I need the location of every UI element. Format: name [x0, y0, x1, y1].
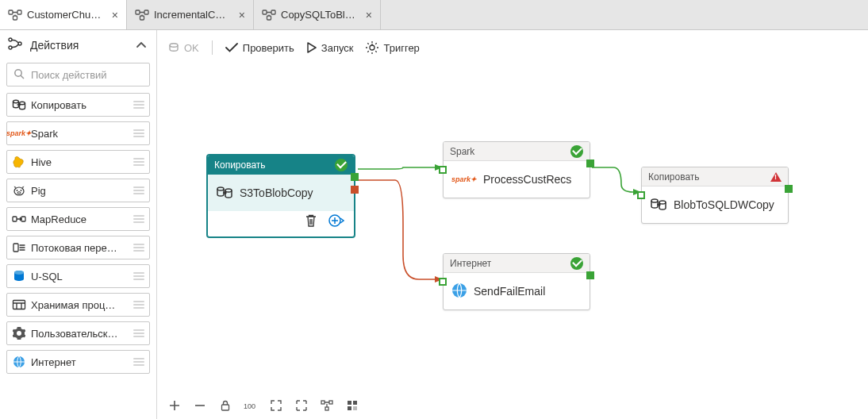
- svg-point-33: [651, 199, 658, 202]
- minimap-icon[interactable]: [344, 398, 360, 413]
- activity-stored-procedure[interactable]: Хранимая проц…: [6, 293, 150, 317]
- tab-copysqltoblob[interactable]: CopySQLToBlo… ×: [254, 0, 381, 29]
- svg-text:100: 100: [244, 402, 255, 410]
- svg-rect-6: [263, 10, 267, 14]
- zoom-in-icon[interactable]: [167, 398, 182, 413]
- trigger-button[interactable]: Триггер: [366, 41, 419, 54]
- search-input[interactable]: [29, 68, 166, 82]
- add-activity-icon[interactable]: [328, 213, 344, 230]
- svg-rect-37: [321, 401, 325, 404]
- node-sendfailemail[interactable]: Интернет SendFailEmail: [443, 253, 590, 310]
- node-s3toblobcopy[interactable]: Копировать S3ToBlobCopy: [207, 155, 355, 237]
- activity-copy[interactable]: Копировать: [6, 93, 150, 117]
- output-port-success[interactable]: [586, 160, 594, 167]
- activity-label: Хранимая проц…: [31, 299, 129, 311]
- svg-rect-41: [353, 401, 357, 405]
- activities-sidebar: Действия Копировать spark✦: [0, 30, 157, 419]
- canvas-zoom-toolbar: 100: [157, 392, 868, 419]
- spark-icon: spark✦: [451, 175, 477, 183]
- activity-label: Потоковая пере…: [31, 242, 129, 254]
- node-blobtosqldwcopy[interactable]: Копировать BlobToSQLDWCopy: [641, 167, 789, 224]
- run-button[interactable]: Запуск: [307, 42, 354, 54]
- fullscreen-icon[interactable]: [294, 398, 309, 413]
- activities-header[interactable]: Действия: [0, 30, 156, 60]
- output-port-success[interactable]: [586, 271, 594, 279]
- ok-button[interactable]: OK: [168, 42, 199, 54]
- validate-button[interactable]: Проверить: [225, 42, 294, 54]
- usql-icon: [12, 269, 26, 283]
- zoom-reset-icon[interactable]: 100: [243, 398, 259, 413]
- tab-label: IncrementalCo…: [154, 9, 231, 21]
- node-name: ProcessCustRecs: [483, 173, 571, 186]
- node-type-label: Интернет: [450, 258, 491, 269]
- activity-label: Пользовательск…: [31, 328, 129, 340]
- node-type-label: Spark: [450, 146, 474, 157]
- svg-point-9: [9, 38, 12, 41]
- activity-hive[interactable]: Hive: [6, 150, 150, 174]
- close-icon[interactable]: ×: [239, 9, 245, 21]
- ok-label: OK: [184, 42, 199, 54]
- svg-rect-20: [13, 217, 17, 221]
- tabs-bar: CustomerChur… × IncrementalCo… × CopySQL…: [0, 0, 868, 30]
- validate-label: Проверить: [243, 42, 294, 54]
- copy-icon: [216, 185, 233, 202]
- drag-handle-icon: [133, 269, 144, 283]
- drag-handle-icon: [133, 126, 144, 140]
- activity-web[interactable]: Интернет: [6, 350, 150, 374]
- node-name: BlobToSQLDWCopy: [674, 198, 774, 211]
- chevron-up-icon[interactable]: [134, 38, 148, 52]
- svg-rect-1: [17, 10, 21, 14]
- activity-mapreduce[interactable]: MapReduce: [6, 207, 150, 231]
- svg-point-30: [225, 189, 232, 192]
- activity-pig[interactable]: Pig: [6, 179, 150, 202]
- streaming-icon: [12, 240, 26, 255]
- activity-usql[interactable]: U-SQL: [6, 264, 150, 288]
- activity-label: Pig: [31, 185, 129, 197]
- pig-icon: [12, 183, 26, 198]
- status-ok-icon: [570, 257, 583, 270]
- svg-rect-35: [222, 405, 229, 410]
- activity-label: Spark: [31, 128, 129, 140]
- lock-icon[interactable]: [217, 398, 233, 413]
- activity-spark[interactable]: spark✦ Spark: [6, 121, 150, 145]
- svg-rect-2: [13, 16, 17, 20]
- activity-label: Hive: [31, 156, 129, 168]
- output-port-failure[interactable]: [351, 186, 359, 194]
- activity-streaming[interactable]: Потоковая пере…: [6, 236, 150, 259]
- activity-custom[interactable]: Пользовательск…: [6, 321, 150, 345]
- zoom-out-icon[interactable]: [192, 398, 208, 413]
- input-port[interactable]: [637, 191, 645, 199]
- output-port-success[interactable]: [351, 173, 359, 181]
- svg-rect-43: [353, 406, 357, 410]
- drag-handle-icon: [133, 240, 144, 255]
- close-icon[interactable]: ×: [366, 9, 372, 21]
- pipeline-canvas[interactable]: Копировать S3ToBlobCopy: [157, 65, 868, 392]
- tab-incrementalcopy[interactable]: IncrementalCo… ×: [127, 0, 254, 29]
- node-type-label: Копировать: [648, 171, 700, 183]
- drag-handle-icon: [133, 98, 144, 112]
- tab-customerchurn[interactable]: CustomerChur… ×: [0, 0, 127, 29]
- delete-icon[interactable]: [305, 213, 317, 230]
- tab-label: CopySQLToBlo…: [281, 9, 358, 21]
- close-icon[interactable]: ×: [112, 9, 118, 21]
- status-ok-icon: [570, 145, 583, 158]
- auto-align-icon[interactable]: [319, 398, 335, 413]
- svg-rect-25: [13, 301, 25, 309]
- search-input-wrapper[interactable]: [6, 63, 150, 86]
- svg-rect-22: [13, 244, 18, 252]
- svg-rect-8: [267, 16, 271, 20]
- svg-rect-3: [136, 10, 140, 14]
- activities-list: Копировать spark✦ Spark Hive: [0, 93, 156, 380]
- node-processcustrecs[interactable]: Spark spark✦ ProcessCustRecs: [443, 141, 590, 198]
- fit-to-screen-icon[interactable]: [268, 398, 284, 413]
- input-port[interactable]: [439, 166, 447, 174]
- hive-icon: [12, 155, 26, 169]
- node-type-label: Копировать: [214, 160, 266, 171]
- spark-icon: spark✦: [12, 126, 26, 140]
- input-port[interactable]: [439, 278, 447, 286]
- output-port-success[interactable]: [785, 185, 793, 193]
- status-warning-icon: [770, 172, 782, 182]
- drag-handle-icon: [133, 212, 144, 226]
- svg-point-14: [13, 100, 19, 103]
- pipeline-icon: [262, 10, 276, 21]
